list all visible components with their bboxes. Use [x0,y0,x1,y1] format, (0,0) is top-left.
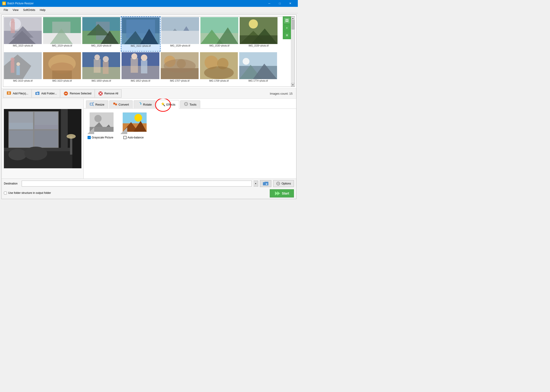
image-row-2: IMG 1615~photo.tif IMG 1623~photo.tif [3,52,291,87]
svg-point-6 [11,19,14,22]
image-label-1528: IMG_1528~photo.tif [170,44,190,47]
tab-rotate[interactable]: Rotate [134,100,155,108]
resize-icon [90,102,94,107]
images-count: Images count: 15 [270,92,295,95]
thumb-1519 [43,17,81,44]
remove-all-button[interactable]: Remove All [95,89,122,98]
svg-rect-55 [122,52,159,66]
svg-marker-111 [140,103,141,105]
menu-view[interactable]: View [11,8,20,12]
add-files-icon [6,91,11,96]
bottom-row-2: Use folder structure in output folder St… [4,188,294,197]
image-cell-1708[interactable]: IMG 1708~photo.tif [199,52,238,87]
effect-grayscale-item[interactable]: ✓ Grayscale Picture [87,112,114,139]
svg-rect-77 [9,92,9,94]
image-cell-r2-1615[interactable]: IMG 1615~photo.tif [3,52,42,87]
menu-softorbits[interactable]: SoftOrbits [21,8,37,12]
convert-icon [113,102,117,107]
svg-rect-89 [9,130,33,148]
app-title: Batch Picture Resizer [7,2,34,5]
scrollbar-down-btn[interactable]: ▼ [291,83,295,87]
folder-structure-checkbox[interactable] [4,192,7,195]
tab-effects[interactable]: Effects [157,100,180,109]
image-cell-1652[interactable]: IMG 1652~photo.tif [121,52,160,87]
folder-structure-label: Use folder structure in output folder [8,191,51,195]
svg-rect-28 [201,17,238,33]
grayscale-label: Grayscale Picture [92,136,113,139]
menu-file[interactable]: File [2,8,10,12]
image-label-1707: IMG 1707~photo.tif [170,80,189,82]
thumb-1774 [239,52,277,79]
image-cell-1519[interactable]: IMG_1519~photo.tif [42,16,82,52]
thumb-1528 [161,17,199,44]
tab-resize[interactable]: Resize [86,100,108,108]
image-label-r2-1615: IMG 1615~photo.tif [13,80,32,82]
title-bar-left: 🖼 Batch Picture Resizer [2,2,34,5]
tab-tools-label: Tools [189,103,196,106]
tab-convert[interactable]: Convert [109,100,133,108]
svg-point-39 [10,57,14,62]
remove-selected-button[interactable]: Remove Selected [60,89,95,98]
svg-point-115 [186,104,187,105]
close-button[interactable]: ✕ [285,0,296,7]
image-cell-1615[interactable]: IMG_1615~photo.tif [3,16,42,52]
destination-input[interactable] [22,181,252,187]
grayscale-checkbox-label[interactable]: ✓ Grayscale Picture [88,136,113,139]
svg-line-108 [93,105,94,106]
app-icon: 🖼 [2,2,6,5]
start-button[interactable]: Start [270,189,294,197]
image-label-1520: IMG_1520~photo.tif [91,44,111,47]
image-label-1519: IMG_1519~photo.tif [52,44,72,47]
image-grid: IMG_1615~photo.tif IMG_1519~photo.tif [3,16,291,87]
image-cell-1539[interactable]: IMG_1539~photo.tif [239,16,278,52]
remove-all-label: Remove All [104,92,118,95]
image-cell-1521[interactable]: IMG_1521~photo.tif [121,16,160,52]
grayscale-checkbox[interactable]: ✓ [88,136,91,139]
svg-point-52 [103,56,109,62]
thumb-1539 [240,17,278,44]
thumb-1707 [161,52,199,79]
options-label: Options [282,182,291,185]
destination-dropdown[interactable]: ▼ [254,181,258,187]
options-button[interactable]: Options [273,180,294,187]
svg-point-123 [134,114,142,122]
image-cell-1528[interactable]: IMG_1528~photo.tif [160,16,200,52]
tab-tools[interactable]: Tools [180,100,200,108]
svg-rect-26 [161,31,199,44]
add-folder-button[interactable]: Add Folder... [32,89,60,98]
svg-point-102 [8,149,27,160]
image-cell-1623[interactable]: IMG 1623~photo.tif [42,52,82,87]
menu-help[interactable]: Help [38,8,48,12]
remove-selected-icon [63,91,68,96]
maximize-button[interactable]: □ [275,0,285,7]
svg-line-107 [93,102,94,103]
large-icons-btn[interactable]: 🖼 [284,17,290,24]
add-folder-icon [35,91,40,96]
image-cell-1650[interactable]: IMG 1650~photo.tif [82,52,121,87]
image-cell-1520[interactable]: IMG_1520~photo.tif [82,16,121,52]
add-files-button[interactable]: Add File(s)... [3,89,32,98]
effect-autobalance-item[interactable]: Auto-balance [120,112,147,139]
scrollbar-up-btn[interactable]: ▲ [291,16,295,20]
tabs-bar: Resize Convert [84,99,296,109]
image-cell-1707[interactable]: IMG 1707~photo.tif [160,52,199,87]
grid-view-btn[interactable]: ⊞ [284,32,290,38]
svg-rect-109 [113,103,115,105]
autobalance-checkbox-label[interactable]: Auto-balance [123,136,144,139]
toolbar: Add File(s)... Add Folder... Remove Sele… [2,88,296,99]
list-view-btn[interactable]: ≡ [284,25,290,31]
image-cell-1774[interactable]: IMG 1774~photo.tif [238,52,278,87]
minimize-button[interactable]: ─ [264,0,275,7]
autobalance-checkbox[interactable] [123,136,126,139]
right-content: Resize Convert [84,99,296,179]
destination-browse-button[interactable] [260,180,271,187]
image-label-1708: IMG 1708~photo.tif [209,80,229,82]
svg-point-41 [16,62,20,66]
scrollbar-vertical[interactable]: ▲ ▼ [291,16,295,87]
svg-rect-23 [161,17,199,31]
image-label-1615: IMG_1615~photo.tif [13,44,33,47]
svg-rect-58 [141,60,147,73]
image-cell-1530[interactable]: IMG_1530~photo.tif [200,16,239,52]
scrollbar-thumb[interactable] [292,20,294,29]
scrollbar-track[interactable] [292,20,295,83]
